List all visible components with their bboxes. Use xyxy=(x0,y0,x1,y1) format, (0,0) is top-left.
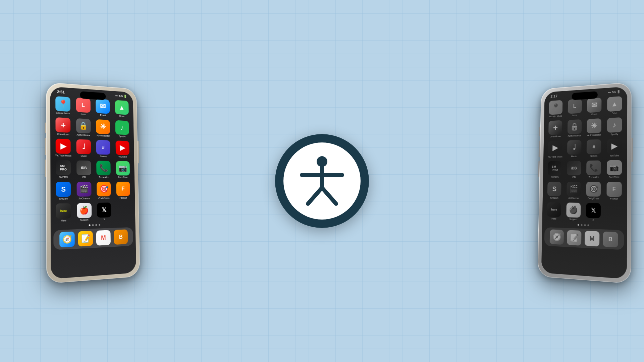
app-drive-left[interactable]: ▲ Drive xyxy=(113,100,130,118)
app-countdown-right[interactable]: + Countdown xyxy=(547,120,564,138)
auth2-icon-left[interactable]: ✳ xyxy=(96,119,110,134)
app-codycross-left[interactable]: 🎯 CodyCross xyxy=(95,182,113,199)
jiocinema-icon-right[interactable]: 🎬 xyxy=(567,182,581,196)
app-here-left[interactable]: here Here xyxy=(54,203,73,222)
app-music-right[interactable]: ♩ Music xyxy=(566,140,583,158)
app-lens-right[interactable]: L Lens xyxy=(566,99,583,117)
solves-icon-left[interactable]: # xyxy=(96,140,111,155)
drive-icon-left[interactable]: ▲ xyxy=(115,100,128,115)
notes-dock-icon-right[interactable]: 📝 xyxy=(567,230,581,246)
app-jiocinema-right[interactable]: 🎬 JioCinema xyxy=(565,182,583,199)
gmail-dock-icon-right[interactable]: M xyxy=(585,231,600,246)
app-drive-right[interactable]: ▲ Drive xyxy=(605,96,624,115)
app-shazam-right[interactable]: S Shazam xyxy=(546,182,563,199)
auth2-icon-right[interactable]: ✳ xyxy=(587,118,602,133)
app-solves-left[interactable]: # Solves xyxy=(95,140,112,158)
app-shazam-left[interactable]: S Shazam xyxy=(54,182,73,200)
app-auth1-left[interactable]: 🔒 Authenticator xyxy=(74,118,93,137)
app-email-left[interactable]: ✉ Email xyxy=(94,99,111,117)
shazam-icon-left[interactable]: S xyxy=(56,182,71,197)
drive-icon-right[interactable]: ▲ xyxy=(607,96,622,112)
dock-gmail-right[interactable]: M xyxy=(585,231,600,246)
google-maps-icon-right[interactable]: 📍 xyxy=(549,100,562,115)
gmail-dock-icon-left[interactable]: M xyxy=(96,230,111,246)
facetime-icon-left[interactable]: 📷 xyxy=(116,161,130,175)
truecaller-icon-left[interactable]: 📞 xyxy=(96,161,111,175)
auth1-icon-left[interactable]: 🔒 xyxy=(76,118,91,133)
app-idb-left[interactable]: iDB iDB xyxy=(74,160,93,178)
flipkart-icon-right[interactable]: F xyxy=(606,182,622,197)
app-smpro-right[interactable]: SMPRO SMPRO xyxy=(546,161,564,178)
app-codycross-right[interactable]: 🎯 CodyCross xyxy=(584,182,603,200)
app-spotify-right[interactable]: ♪ Spotify xyxy=(605,117,624,136)
safari-dock-icon-right[interactable]: 🧭 xyxy=(550,229,564,245)
app-google-maps-left[interactable]: 📍 Google Maps xyxy=(54,96,72,115)
beast-dock-icon-left[interactable]: B xyxy=(114,229,128,245)
app-truecaller-left[interactable]: 📞 Truecaller xyxy=(95,161,112,178)
app-auth2-left[interactable]: ✳ Authenticator xyxy=(94,119,112,137)
app-jiocinema-left[interactable]: 🎬 JioCinema xyxy=(75,182,93,200)
solves-icon-right[interactable]: # xyxy=(587,139,601,154)
app-countdown-left[interactable]: + Countdown xyxy=(54,117,72,136)
dock-gmail-left[interactable]: M xyxy=(96,230,111,246)
app-x-left[interactable]: 𝕏 X xyxy=(95,202,113,221)
auth1-icon-right[interactable]: 🔒 xyxy=(568,119,582,134)
app-truecaller-right[interactable]: 📞 Truecaller xyxy=(585,160,603,178)
app-spotify-left[interactable]: ♪ Spotify xyxy=(113,120,130,138)
app-x-right[interactable]: 𝕏 X xyxy=(584,203,603,221)
support-icon-left[interactable]: 🍎 xyxy=(77,203,92,218)
app-youtube-right[interactable]: ▶ YouTube xyxy=(605,138,624,157)
app-flipkart-right[interactable]: F Flipkart xyxy=(605,182,624,200)
app-lens-left[interactable]: L Lens xyxy=(74,98,92,116)
dock-notes-left[interactable]: 📝 xyxy=(78,231,93,246)
codycross-icon-right[interactable]: 🎯 xyxy=(586,182,601,197)
x-icon-left[interactable]: 𝕏 xyxy=(97,202,111,218)
spotify-icon-left[interactable]: ♪ xyxy=(115,120,129,135)
idb-icon-left[interactable]: iDB xyxy=(76,160,91,175)
jiocinema-icon-left[interactable]: 🎬 xyxy=(76,182,91,197)
app-email-right[interactable]: ✉ Email xyxy=(585,98,603,116)
countdown-icon-left[interactable]: + xyxy=(56,117,71,133)
app-youtube-left[interactable]: ▶ YouTube xyxy=(114,140,131,158)
music-icon-left[interactable]: ♩ xyxy=(76,139,91,154)
app-facetime-left[interactable]: 📷 FaceTime xyxy=(114,161,131,178)
app-google-maps-right[interactable]: 📍 Google Maps xyxy=(547,100,564,118)
shazam-icon-right[interactable]: S xyxy=(547,182,561,196)
google-maps-icon-left[interactable]: 📍 xyxy=(55,96,70,112)
app-solves-right[interactable]: # Solves xyxy=(585,139,603,157)
music-icon-right[interactable]: ♩ xyxy=(567,140,582,155)
app-ytmusic-right[interactable]: ▶ YouTube Music xyxy=(546,140,564,158)
countdown-icon-right[interactable]: + xyxy=(548,120,562,135)
app-idb-right[interactable]: iDB iDB xyxy=(565,161,583,178)
app-auth1-right[interactable]: 🔒 Authenticator xyxy=(566,119,583,137)
dock-safari-right[interactable]: 🧭 xyxy=(550,229,564,245)
app-ytmusic-left[interactable]: ▶ YouTube Music xyxy=(54,138,73,157)
app-flipkart-left[interactable]: F Flipkart xyxy=(114,182,132,199)
smpro-icon-left[interactable]: SMPRO xyxy=(56,160,71,175)
youtube-icon-right[interactable]: ▶ xyxy=(607,138,622,154)
app-facetime-right[interactable]: 📷 FaceTime xyxy=(605,160,624,178)
dock-notes-right[interactable]: 📝 xyxy=(567,230,581,246)
spotify-icon-right[interactable]: ♪ xyxy=(607,117,622,133)
flipkart-icon-left[interactable]: F xyxy=(116,182,130,196)
x-icon-right[interactable]: 𝕏 xyxy=(586,203,601,218)
app-auth2-right[interactable]: ✳ Authenticator xyxy=(585,118,603,137)
app-here-right[interactable]: here Here xyxy=(545,202,563,220)
app-support-right[interactable]: 🍎 Support xyxy=(565,202,582,221)
app-support-left[interactable]: 🍎 Support xyxy=(75,203,93,221)
truecaller-icon-right[interactable]: 📞 xyxy=(586,160,601,175)
lens-icon-left[interactable]: L xyxy=(76,98,91,113)
codycross-icon-left[interactable]: 🎯 xyxy=(97,182,111,196)
email-icon-left[interactable]: ✉ xyxy=(96,99,110,114)
facetime-icon-right[interactable]: 📷 xyxy=(607,160,622,175)
dock-beast-right[interactable]: B xyxy=(603,232,618,248)
youtube-icon-left[interactable]: ▶ xyxy=(115,140,129,155)
lens-icon-right[interactable]: L xyxy=(568,99,582,114)
ytmusic-icon-left[interactable]: ▶ xyxy=(56,138,71,154)
here-icon-left[interactable]: here xyxy=(56,203,71,219)
safari-dock-icon-left[interactable]: 🧭 xyxy=(59,232,75,248)
idb-icon-right[interactable]: iDB xyxy=(567,161,581,175)
email-icon-right[interactable]: ✉ xyxy=(587,98,602,113)
dock-safari-left[interactable]: 🧭 xyxy=(59,232,75,248)
beast-dock-icon-right[interactable]: B xyxy=(603,232,618,248)
